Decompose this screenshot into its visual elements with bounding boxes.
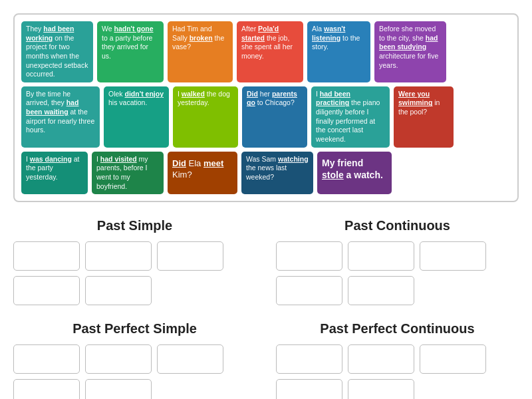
category-title-past-perfect-continuous: Past Perfect Continuous xyxy=(276,321,519,336)
drop-row-ppc-2 xyxy=(276,379,519,399)
category-title-past-perfect-simple: Past Perfect Simple xyxy=(13,321,256,336)
drop-slot[interactable] xyxy=(13,276,80,305)
category-past-perfect-simple: Past Perfect Simple xyxy=(13,321,256,399)
drop-rows-pps xyxy=(13,344,256,399)
category-title-past-simple: Past Simple xyxy=(13,218,256,233)
drop-slot[interactable] xyxy=(13,344,80,374)
drop-rows-past-continuous xyxy=(276,241,519,305)
sorting-area: Past Simple Past Continuous xyxy=(13,218,519,305)
drop-slot[interactable] xyxy=(157,344,223,374)
category-past-perfect-continuous: Past Perfect Continuous xyxy=(276,321,519,399)
drop-slot[interactable] xyxy=(348,344,414,374)
drop-row-ps-2 xyxy=(13,276,256,305)
drop-slot[interactable] xyxy=(85,241,152,271)
card-row-2: By the time he arrived, they had been wa… xyxy=(21,86,511,148)
card-c8[interactable]: Olek didn't enjoy his vacation. xyxy=(104,86,169,148)
card-c7[interactable]: By the time he arrived, they had been wa… xyxy=(21,86,100,148)
drop-slot[interactable] xyxy=(276,379,342,399)
drop-slot[interactable] xyxy=(348,276,414,305)
drop-row-pps-2 xyxy=(13,379,256,399)
card-c5[interactable]: Ala wasn't listening to the story. xyxy=(307,21,370,82)
card-c17[interactable]: My friend stole a watch. xyxy=(317,152,392,195)
category-title-past-continuous: Past Continuous xyxy=(276,218,519,233)
drop-slot[interactable] xyxy=(157,241,223,271)
drop-slot[interactable] xyxy=(348,379,414,399)
drop-slot[interactable] xyxy=(276,241,342,271)
drop-rows-ppc xyxy=(276,344,519,399)
drop-slot[interactable] xyxy=(13,241,80,271)
drop-row-pc-2 xyxy=(276,276,519,305)
drop-slot[interactable] xyxy=(420,344,486,374)
drop-row-ps-1 xyxy=(13,241,256,271)
drop-slot[interactable] xyxy=(85,276,152,305)
drop-slot[interactable] xyxy=(85,379,152,399)
card-c11[interactable]: I had been practicing the piano diligent… xyxy=(311,86,390,148)
main-container: They had been working on the project for… xyxy=(0,0,532,399)
category-past-simple: Past Simple xyxy=(13,218,256,305)
card-bank: They had been working on the project for… xyxy=(13,13,519,202)
card-c1[interactable]: They had been working on the project for… xyxy=(21,21,93,82)
card-c3[interactable]: Had Tim and Sally broken the vase? xyxy=(168,21,233,82)
drop-row-pps-1 xyxy=(13,344,256,374)
card-c9[interactable]: I walked the dog yesterday. xyxy=(173,86,238,148)
card-c16[interactable]: Was Sam watching the news last weeked? xyxy=(241,152,313,195)
drop-slot[interactable] xyxy=(420,241,486,271)
sorting-area-2: Past Perfect Simple Past Perfect Continu… xyxy=(13,321,519,399)
category-past-continuous: Past Continuous xyxy=(276,218,519,305)
drop-slot[interactable] xyxy=(348,241,414,271)
card-c4[interactable]: After Pola'd started the job, she spent … xyxy=(237,21,303,82)
drop-slot[interactable] xyxy=(13,379,80,399)
card-c13[interactable]: I was dancing at the party yesterday. xyxy=(21,152,88,195)
card-c15[interactable]: Did Ela meet Kim? xyxy=(168,152,237,195)
drop-row-pc-1 xyxy=(276,241,519,271)
drop-slot[interactable] xyxy=(276,344,342,374)
drop-slot[interactable] xyxy=(85,344,152,374)
card-row-1: They had been working on the project for… xyxy=(21,21,511,82)
drop-rows-past-simple xyxy=(13,241,256,305)
card-row-3: I was dancing at the party yesterday. I … xyxy=(21,152,511,195)
card-c14[interactable]: I had visited my parents, before I went … xyxy=(92,152,164,195)
card-c6[interactable]: Before she moved to the city, she had be… xyxy=(374,21,446,82)
card-c10[interactable]: Did her parents go to Chicago? xyxy=(242,86,307,148)
drop-slot[interactable] xyxy=(276,276,342,305)
drop-row-ppc-1 xyxy=(276,344,519,374)
card-c2[interactable]: We hadn't gone to a party before they ar… xyxy=(97,21,164,82)
card-c12[interactable]: Were you swimming in the pool? xyxy=(394,86,454,148)
